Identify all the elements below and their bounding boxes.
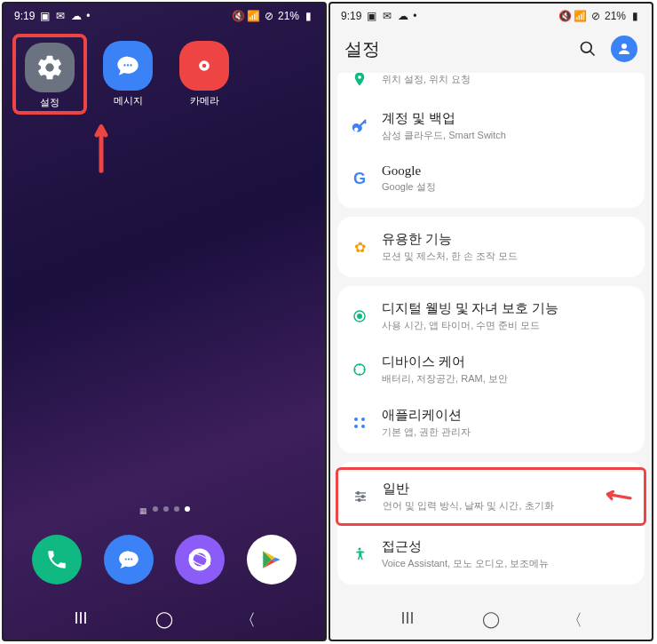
page-dot: [174, 506, 179, 512]
svg-point-1: [202, 64, 207, 68]
app-label: 설정: [40, 96, 59, 109]
messages-icon: [103, 41, 153, 91]
item-title: 계정 및 백업: [382, 110, 632, 127]
page-dot: [163, 506, 169, 512]
image-icon: ▣: [38, 10, 51, 22]
item-subtitle: 모션 및 제스처, 한 손 조작 모드: [382, 250, 632, 263]
sliders-icon: [351, 487, 370, 506]
settings-group: 디지털 웰빙 및 자녀 보호 기능 사용 시간, 앱 타이머, 수면 준비 모드…: [337, 286, 645, 453]
item-subtitle: Voice Assistant, 모노 오디오, 보조메뉴: [382, 557, 632, 570]
wifi-icon: 📶: [574, 10, 587, 22]
settings-list[interactable]: 위치 설정, 위치 요청 계정 및 백업 삼성 클라우드, Smart Swit…: [330, 73, 652, 600]
settings-item-accounts[interactable]: 계정 및 백업 삼성 클라우드, Smart Switch: [337, 99, 645, 153]
mute-icon: 🔇: [559, 10, 572, 22]
item-text: Google Google 설정: [382, 163, 632, 194]
browser-icon: [186, 546, 213, 573]
item-title: 일반: [383, 481, 631, 497]
app-row: 설정 메시지 카메라: [4, 28, 325, 123]
user-icon: [616, 41, 632, 57]
item-subtitle: 배터리, 저장공간, RAM, 보안: [382, 372, 632, 386]
status-right: 🔇 📶 ⊘ 21% ▮: [233, 10, 314, 22]
page-dot-active: [185, 506, 190, 512]
nav-recent[interactable]: III: [63, 609, 99, 631]
phone-icon: [45, 548, 68, 571]
mute-icon: 🔇: [233, 10, 245, 22]
item-title: Google: [382, 163, 632, 179]
key-icon: [350, 116, 369, 136]
item-text: 계정 및 백업 삼성 클라우드, Smart Switch: [382, 110, 632, 142]
care-icon: [350, 360, 369, 379]
app-label: 카메라: [190, 94, 219, 107]
settings-item-apps[interactable]: 애플리케이션 기본 앱, 권한 관리자: [337, 396, 645, 449]
dock: [4, 524, 325, 600]
item-title: 유용한 기능: [382, 231, 632, 248]
settings-item-accessibility[interactable]: 접근성 Voice Assistant, 모노 오디오, 보조메뉴: [337, 528, 645, 581]
nav-back[interactable]: 〈: [230, 609, 265, 631]
page-dot: [153, 506, 158, 512]
svg-point-20: [358, 499, 360, 502]
nav-bar: III ◯ 〈: [330, 600, 652, 640]
battery-icon: ▮: [629, 10, 641, 22]
nav-recent[interactable]: III: [390, 609, 425, 631]
settings-screen: 9:19 ▣ ✉ ☁ • 🔇 📶 ⊘ 21% ▮ 설정: [328, 2, 653, 641]
settings-item-location[interactable]: 위치 설정, 위치 요청: [337, 73, 645, 99]
settings-item-wellbeing[interactable]: 디지털 웰빙 및 자녀 보호 기능 사용 시간, 앱 타이머, 수면 준비 모드: [337, 290, 645, 343]
search-icon: [579, 40, 597, 58]
status-left: 9:19 ▣ ✉ ☁ •: [14, 10, 91, 22]
app-messages[interactable]: 메시지: [98, 41, 158, 111]
svg-point-7: [621, 44, 627, 49]
status-bar: 9:19 ▣ ✉ ☁ • 🔇 📶 ⊘ 21% ▮: [330, 4, 652, 28]
status-time: 9:19: [341, 10, 361, 22]
dock-messages[interactable]: [104, 535, 154, 584]
settings-item-device-care[interactable]: 디바이스 케어 배터리, 저장공간, RAM, 보안: [337, 343, 645, 396]
page-title: 설정: [344, 37, 380, 61]
wellbeing-icon: [350, 306, 369, 326]
settings-group: 일반 언어 및 입력 방식, 날짜 및 시간, 초기화 접근성 Voice As…: [337, 462, 645, 584]
home-screen: 9:19 ▣ ✉ ☁ • 🔇 📶 ⊘ 21% ▮ 설정: [2, 2, 327, 641]
dock-phone[interactable]: [32, 535, 82, 584]
page-indicator[interactable]: ▦: [4, 497, 325, 524]
mail-icon: ✉: [381, 10, 393, 22]
image-icon: ▣: [365, 10, 377, 22]
nav-back[interactable]: 〈: [557, 609, 592, 631]
no-data-icon: ⊘: [590, 10, 602, 22]
status-right: 🔇 📶 ⊘ 21% ▮: [559, 10, 641, 22]
svg-point-21: [359, 548, 361, 551]
item-text: 유용한 기능 모션 및 제스처, 한 손 조작 모드: [382, 231, 632, 263]
google-icon: G: [350, 169, 369, 188]
location-icon: [350, 73, 369, 89]
dock-browser[interactable]: [175, 535, 225, 584]
app-settings[interactable]: 설정: [20, 43, 80, 109]
app-camera[interactable]: 카메라: [174, 41, 234, 111]
item-subtitle: 삼성 클라우드, Smart Switch: [382, 129, 632, 142]
settings-item-features[interactable]: ✿ 유용한 기능 모션 및 제스처, 한 손 조작 모드: [337, 220, 645, 274]
item-subtitle: 언어 및 입력 방식, 날짜 및 시간, 초기화: [383, 499, 631, 513]
svg-point-18: [357, 492, 360, 495]
item-title: 디바이스 케어: [382, 354, 632, 370]
item-subtitle: 사용 시간, 앱 타이머, 수면 준비 모드: [382, 319, 632, 332]
profile-avatar[interactable]: [611, 36, 637, 62]
app-label: 메시지: [114, 94, 143, 107]
svg-point-14: [361, 425, 365, 428]
item-text: 위치 설정, 위치 요청: [382, 73, 632, 86]
item-text: 디바이스 케어 배터리, 저장공간, RAM, 보안: [382, 354, 632, 386]
settings-header: 설정: [330, 28, 652, 73]
settings-item-google[interactable]: G Google Google 설정: [337, 153, 645, 204]
indicator-grid-icon: ▦: [139, 506, 147, 515]
svg-point-10: [354, 364, 365, 375]
status-time: 9:19: [14, 10, 35, 22]
nav-home[interactable]: ◯: [473, 609, 509, 631]
item-title: 접근성: [382, 538, 632, 555]
svg-point-9: [358, 314, 362, 319]
nav-home[interactable]: ◯: [146, 609, 182, 631]
wifi-icon: 📶: [248, 10, 260, 22]
camera-icon: [179, 41, 229, 91]
item-text: 일반 언어 및 입력 방식, 날짜 및 시간, 초기화: [383, 481, 631, 513]
svg-line-6: [590, 52, 595, 56]
item-subtitle: 기본 앱, 권한 관리자: [382, 425, 632, 439]
item-subtitle: 위치 설정, 위치 요청: [382, 73, 632, 86]
dock-play-store[interactable]: [247, 535, 297, 584]
search-button[interactable]: [579, 40, 597, 58]
no-data-icon: ⊘: [263, 10, 275, 22]
more-icon: •: [86, 10, 90, 22]
